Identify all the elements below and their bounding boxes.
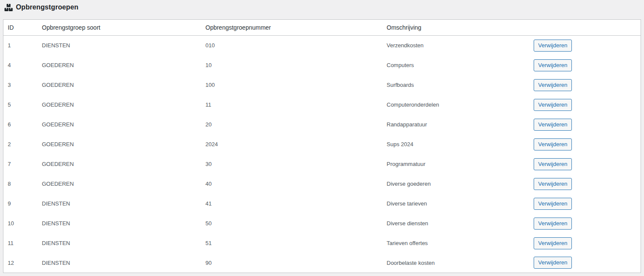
cell-actions: Verwijderen — [529, 214, 641, 233]
boxes-stacked-icon — [4, 4, 13, 11]
cell-id: 3 — [3, 75, 38, 95]
table-row: 12 DIENSTEN 90 Doorbelaste kosten Verwij… — [3, 253, 641, 273]
cell-id: 12 — [3, 253, 38, 273]
cell-omschrijving: Diverse tarieven — [383, 194, 529, 214]
verwijderen-button[interactable]: Verwijderen — [534, 198, 572, 210]
cell-actions: Verwijderen — [529, 115, 641, 135]
verwijderen-button[interactable]: Verwijderen — [534, 119, 572, 131]
page-header: Opbrengstgroepen — [0, 0, 644, 15]
cell-nummer: 41 — [201, 194, 383, 214]
table-row: 9 DIENSTEN 41 Diverse tarieven Verwijder… — [3, 194, 641, 214]
cell-id: 2 — [3, 135, 38, 154]
cell-nummer: 010 — [201, 36, 383, 55]
table-row: 6 GOEDEREN 20 Randapparatuur Verwijderen — [3, 115, 641, 135]
cell-id: 1 — [3, 36, 38, 55]
table-row: 2 GOEDEREN 2024 Sups 2024 Verwijderen — [3, 135, 641, 154]
table-row: 1 DIENSTEN 010 Verzendkosten Verwijderen — [3, 36, 641, 55]
verwijderen-button[interactable]: Verwijderen — [534, 79, 572, 91]
column-header-id: ID — [3, 20, 38, 36]
cell-omschrijving: Doorbelaste kosten — [383, 253, 529, 273]
cell-omschrijving: Programmatuur — [383, 154, 529, 174]
cell-actions: Verwijderen — [529, 174, 641, 194]
cell-nummer: 30 — [201, 154, 383, 174]
cell-actions: Verwijderen — [529, 154, 641, 174]
cell-actions: Verwijderen — [529, 55, 641, 75]
verwijderen-button[interactable]: Verwijderen — [534, 218, 572, 230]
table-row: 4 GOEDEREN 10 Computers Verwijderen — [3, 55, 641, 75]
table-row: 3 GOEDEREN 100 Surfboards Verwijderen — [3, 75, 641, 95]
table-row: 10 DIENSTEN 50 Diverse diensten Verwijde… — [3, 214, 641, 233]
verwijderen-button[interactable]: Verwijderen — [534, 59, 572, 71]
column-header-soort: Opbrengstgroep soort — [38, 20, 201, 36]
verwijderen-button[interactable]: Verwijderen — [534, 178, 572, 190]
cell-nummer: 90 — [201, 253, 383, 273]
cell-actions: Verwijderen — [529, 36, 641, 55]
cell-omschrijving: Diverse goederen — [383, 174, 529, 194]
column-header-omschrijving: Omschrijving — [383, 20, 529, 36]
column-header-actions — [529, 20, 641, 36]
cell-nummer: 50 — [201, 214, 383, 233]
cell-id: 5 — [3, 95, 38, 115]
cell-actions: Verwijderen — [529, 233, 641, 253]
verwijderen-button[interactable]: Verwijderen — [534, 40, 572, 52]
cell-omschrijving: Computeronderdelen — [383, 95, 529, 115]
cell-id: 10 — [3, 214, 38, 233]
opbrengstgroepen-table: ID Opbrengstgroep soort Opbrengstgroepnu… — [3, 19, 641, 273]
cell-omschrijving: Surfboards — [383, 75, 529, 95]
cell-soort: GOEDEREN — [38, 174, 201, 194]
verwijderen-button[interactable]: Verwijderen — [534, 237, 572, 249]
cell-omschrijving: Tarieven offertes — [383, 233, 529, 253]
table-row: 5 GOEDEREN 11 Computeronderdelen Verwijd… — [3, 95, 641, 115]
cell-soort: DIENSTEN — [38, 253, 201, 273]
table-row: 11 DIENSTEN 51 Tarieven offertes Verwijd… — [3, 233, 641, 253]
cell-nummer: 10 — [201, 55, 383, 75]
cell-nummer: 40 — [201, 174, 383, 194]
cell-id: 11 — [3, 233, 38, 253]
verwijderen-button[interactable]: Verwijderen — [534, 99, 572, 111]
column-header-nummer: Opbrengstgroepnummer — [201, 20, 383, 36]
cell-nummer: 20 — [201, 115, 383, 135]
cell-soort: GOEDEREN — [38, 115, 201, 135]
cell-soort: GOEDEREN — [38, 75, 201, 95]
cell-nummer: 100 — [201, 75, 383, 95]
cell-soort: DIENSTEN — [38, 194, 201, 214]
cell-soort: DIENSTEN — [38, 214, 201, 233]
table-header-row: ID Opbrengstgroep soort Opbrengstgroepnu… — [3, 20, 641, 36]
table-row: 8 GOEDEREN 40 Diverse goederen Verwijder… — [3, 174, 641, 194]
cell-actions: Verwijderen — [529, 194, 641, 214]
verwijderen-button[interactable]: Verwijderen — [534, 138, 572, 150]
cell-id: 6 — [3, 115, 38, 135]
cell-actions: Verwijderen — [529, 75, 641, 95]
cell-soort: GOEDEREN — [38, 154, 201, 174]
cell-soort: DIENSTEN — [38, 233, 201, 253]
cell-id: 9 — [3, 194, 38, 214]
cell-omschrijving: Verzendkosten — [383, 36, 529, 55]
cell-id: 8 — [3, 174, 38, 194]
cell-omschrijving: Diverse diensten — [383, 214, 529, 233]
cell-actions: Verwijderen — [529, 253, 641, 273]
cell-actions: Verwijderen — [529, 135, 641, 154]
table-row: 7 GOEDEREN 30 Programmatuur Verwijderen — [3, 154, 641, 174]
verwijderen-button[interactable]: Verwijderen — [534, 257, 572, 269]
cell-nummer: 11 — [201, 95, 383, 115]
cell-soort: GOEDEREN — [38, 55, 201, 75]
verwijderen-button[interactable]: Verwijderen — [534, 158, 572, 170]
cell-omschrijving: Computers — [383, 55, 529, 75]
cell-soort: DIENSTEN — [38, 36, 201, 55]
cell-omschrijving: Randapparatuur — [383, 115, 529, 135]
opbrengstgroepen-table-container: ID Opbrengstgroep soort Opbrengstgroepnu… — [3, 19, 641, 273]
cell-actions: Verwijderen — [529, 95, 641, 115]
cell-nummer: 2024 — [201, 135, 383, 154]
cell-id: 7 — [3, 154, 38, 174]
page-title: Opbrengstgroepen — [16, 3, 79, 11]
cell-nummer: 51 — [201, 233, 383, 253]
cell-soort: GOEDEREN — [38, 135, 201, 154]
cell-omschrijving: Sups 2024 — [383, 135, 529, 154]
cell-soort: GOEDEREN — [38, 95, 201, 115]
cell-id: 4 — [3, 55, 38, 75]
